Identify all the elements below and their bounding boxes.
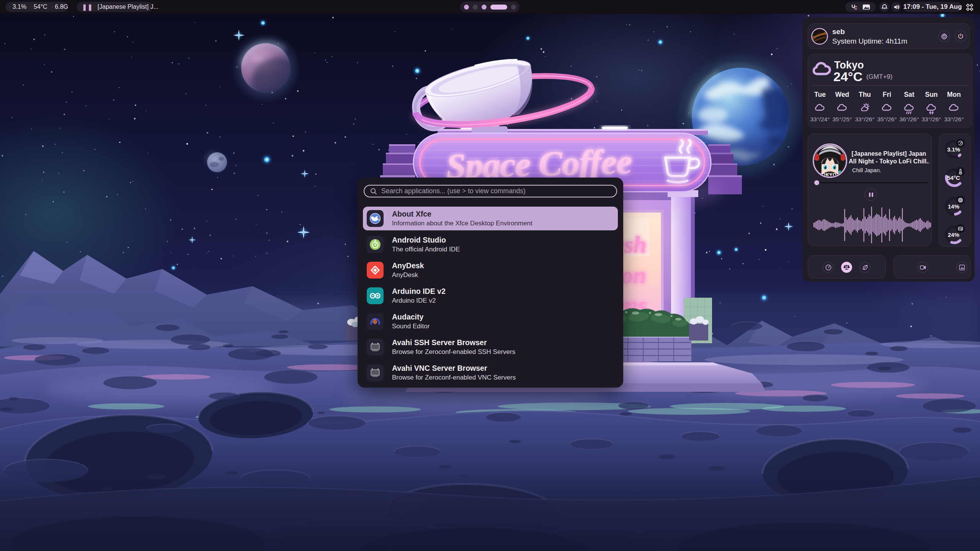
svg-text:14%: 14%: [948, 203, 959, 210]
svg-text:Wed: Wed: [835, 91, 849, 98]
svg-text:Thu: Thu: [859, 91, 871, 98]
svg-text:24°C: 24°C: [833, 69, 862, 84]
svg-text:24%: 24%: [948, 231, 959, 238]
svg-text:35°/25°: 35°/25°: [832, 116, 852, 122]
svg-text:33°/26°: 33°/26°: [921, 116, 941, 122]
svg-text:Fri: Fri: [883, 91, 891, 98]
svg-text:54°C: 54°C: [947, 174, 960, 181]
svg-text:35°/26°: 35°/26°: [877, 116, 897, 122]
svg-text:33°/26°: 33°/26°: [944, 116, 964, 122]
svg-text:(GMT+9): (GMT+9): [866, 73, 892, 80]
svg-text:Mon: Mon: [947, 91, 961, 98]
svg-text:36°/26°: 36°/26°: [899, 116, 919, 122]
svg-text:3.1%: 3.1%: [947, 146, 960, 153]
svg-text:33°/24°: 33°/24°: [810, 116, 830, 122]
svg-text:C: C: [854, 5, 858, 10]
svg-text:Tue: Tue: [814, 91, 826, 98]
svg-text:Sat: Sat: [904, 91, 914, 98]
svg-text:33°/26°: 33°/26°: [855, 116, 874, 122]
svg-text:Sun: Sun: [925, 91, 938, 98]
